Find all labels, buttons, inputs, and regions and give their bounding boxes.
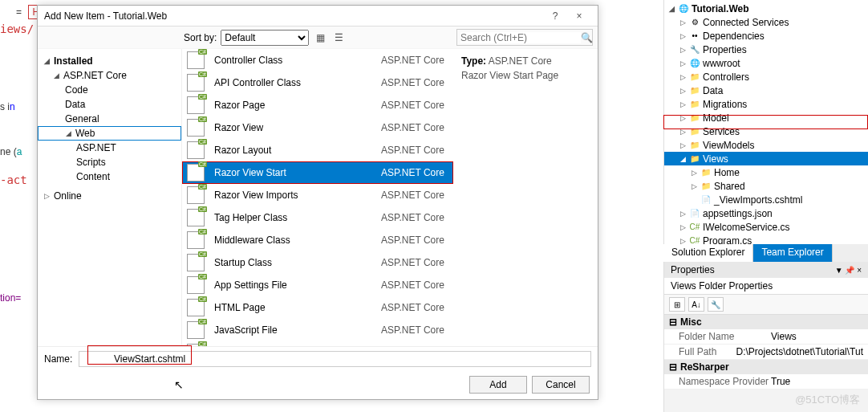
expand-icon[interactable]: ◢ (667, 5, 675, 13)
template-row[interactable]: Razor View ImportsASP.NET Core (182, 184, 453, 206)
template-icon (187, 321, 205, 339)
tree-node[interactable]: ▷🌐wwwroot (664, 56, 868, 70)
template-type: ASP.NET Core (381, 55, 453, 66)
expand-icon[interactable]: ▷ (679, 87, 687, 95)
expand-icon[interactable]: ▷ (679, 210, 687, 218)
expand-icon[interactable]: ▷ (679, 237, 687, 245)
template-row[interactable]: Startup ClassASP.NET Core (182, 251, 453, 274)
property-group[interactable]: ⊟ ReSharper (664, 360, 868, 374)
tree-node[interactable]: ▷📁Model (664, 111, 868, 124)
template-type: ASP.NET Core (381, 190, 453, 201)
search-box[interactable]: 🔍 (456, 29, 593, 46)
expand-icon[interactable]: ▷ (690, 182, 698, 190)
close-button[interactable]: × (567, 10, 591, 22)
tree-node[interactable]: 📄_ViewImports.cshtml (664, 193, 868, 206)
expand-icon[interactable]: ▷ (679, 59, 687, 67)
expand-icon[interactable]: ▷ (679, 46, 687, 54)
template-row[interactable]: HTML PageASP.NET Core (182, 296, 453, 319)
properties-grid[interactable]: ⊟ MiscFolder NameViewsFull PathD:\Projec… (664, 315, 868, 390)
collapse-icon[interactable]: ⊟ (669, 316, 677, 328)
tree-node[interactable]: ▷📁Data (664, 84, 868, 97)
category-data[interactable]: Data (38, 97, 181, 112)
node-icon: 📄 (700, 194, 712, 206)
node-label: Model (703, 112, 729, 124)
tree-node[interactable]: ▷📁ViewModels (664, 138, 868, 152)
template-row[interactable]: API Controller ClassASP.NET Core (182, 71, 453, 94)
collapse-icon[interactable]: ⊟ (669, 361, 677, 373)
template-row[interactable]: Razor View StartASP.NET Core (182, 161, 453, 184)
property-row[interactable]: Folder NameViews (664, 329, 868, 345)
template-row[interactable]: App Settings FileASP.NET Core (182, 274, 453, 296)
expand-icon[interactable]: ▷ (679, 114, 687, 122)
expand-icon[interactable]: ▷ (679, 141, 687, 149)
category-code[interactable]: Code (38, 83, 181, 97)
tab-solution-explorer[interactable]: Solution Explorer (663, 244, 753, 262)
expand-icon[interactable]: ◢ (679, 155, 687, 163)
expand-icon[interactable]: ▷ (679, 73, 687, 81)
tree-node[interactable]: ▷C#IWelcomeService.cs (664, 220, 868, 234)
tree-node[interactable]: ▷📁Shared (664, 179, 868, 193)
help-button[interactable]: ? (543, 10, 567, 22)
sort-label: Sort by: (184, 32, 217, 43)
tree-node[interactable]: ▷📁Migrations (664, 97, 868, 111)
tree-node[interactable]: ▷••Dependencies (664, 29, 868, 43)
node-label: Properties (703, 44, 747, 55)
template-row[interactable]: Middleware ClassASP.NET Core (182, 229, 453, 251)
category-aspnetcore[interactable]: ◢ASP.NET Core (38, 68, 181, 83)
categorize-icon[interactable]: ⊞ (669, 297, 685, 312)
tree-node[interactable]: ▷📁Home (664, 165, 868, 179)
tab-team-explorer[interactable]: Team Explorer (753, 244, 832, 262)
node-label: Services (703, 126, 740, 137)
category-general[interactable]: General (38, 112, 181, 126)
property-row[interactable]: Full PathD:\Projects\dotnet\Tutorial\Tut (664, 345, 868, 360)
name-input[interactable] (79, 351, 591, 367)
pin-icon[interactable]: ▼ 📌 × (835, 266, 862, 275)
sort-select[interactable]: Default (221, 30, 309, 46)
category-online[interactable]: ▷Online (38, 189, 181, 203)
expand-icon[interactable]: ▷ (679, 100, 687, 108)
node-icon: 📁 (689, 153, 700, 165)
property-row[interactable]: Namespace ProviderTrue (664, 374, 868, 390)
add-button[interactable]: Add (469, 376, 527, 394)
category-web[interactable]: ◢Web (38, 126, 181, 141)
template-row[interactable]: Controller ClassASP.NET Core (182, 49, 453, 71)
template-row[interactable]: Razor ViewASP.NET Core (182, 116, 453, 139)
dialog-title: Add New Item - Tutorial.Web (44, 10, 167, 22)
expand-icon[interactable]: ▷ (690, 169, 698, 177)
view-list-icon[interactable]: ☰ (331, 31, 346, 45)
node-label: Migrations (703, 99, 747, 110)
template-row[interactable]: Razor LayoutASP.NET Core (182, 139, 453, 161)
expand-icon[interactable]: ▷ (679, 18, 687, 27)
alpha-icon[interactable]: A↓ (688, 297, 704, 312)
tree-node[interactable]: ▷📁Controllers (664, 70, 868, 84)
tree-node[interactable]: ▷📁Services (664, 124, 868, 138)
category-content[interactable]: Content (38, 169, 181, 184)
info-panel: Type: ASP.NET Core Razor View Start Page (453, 49, 598, 346)
expand-icon[interactable]: ▷ (679, 32, 687, 40)
expand-icon[interactable]: ▷ (679, 223, 687, 231)
template-type: ASP.NET Core (381, 235, 453, 246)
view-grid-icon[interactable]: ▦ (313, 31, 327, 45)
template-list[interactable]: Controller ClassASP.NET CoreAPI Controll… (182, 49, 453, 346)
tree-node[interactable]: ◢📁Views (664, 152, 868, 165)
expand-icon[interactable]: ▷ (679, 128, 687, 136)
dialog-titlebar[interactable]: Add New Item - Tutorial.Web ? × (38, 6, 598, 27)
solution-tree[interactable]: ◢🌐Tutorial.Web▷⚙Connected Services▷••Dep… (664, 0, 868, 244)
category-scripts[interactable]: Scripts (38, 155, 181, 169)
tree-node[interactable]: ▷🔧Properties (664, 43, 868, 56)
tree-node[interactable]: ▷C#Program.cs (664, 234, 868, 244)
tree-node[interactable]: ▷📄appsettings.json (664, 206, 868, 220)
node-icon: 🔧 (689, 44, 700, 55)
tree-node[interactable]: ▷⚙Connected Services (664, 15, 868, 29)
template-row[interactable]: Razor PageASP.NET Core (182, 94, 453, 116)
property-group[interactable]: ⊟ Misc (664, 315, 868, 329)
cancel-button[interactable]: Cancel (532, 376, 590, 394)
category-installed[interactable]: ◢Installed (38, 54, 181, 68)
properties-header[interactable]: Properties ▼ 📌 × (664, 262, 868, 278)
prop-tool-icon[interactable]: 🔧 (708, 297, 724, 312)
category-aspnet[interactable]: ASP.NET (38, 141, 181, 155)
search-input[interactable] (460, 32, 581, 43)
tree-node[interactable]: ◢🌐Tutorial.Web (664, 2, 868, 15)
template-row[interactable]: Tag Helper ClassASP.NET Core (182, 206, 453, 229)
template-row[interactable]: JavaScript FileASP.NET Core (182, 319, 453, 341)
